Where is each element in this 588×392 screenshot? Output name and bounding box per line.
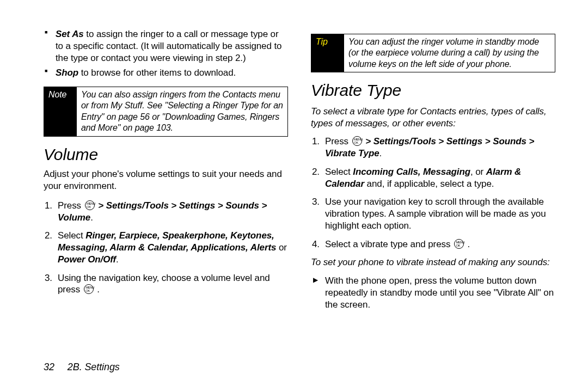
footer-section: 2B. Settings [68, 362, 120, 372]
step-post: . [465, 239, 470, 249]
step-post: . [379, 148, 382, 158]
bullet-lead: Set As [56, 29, 84, 39]
note-body: You can also assign ringers from the Con… [77, 87, 287, 136]
arrow-item: With the phone open, press the volume bu… [325, 275, 555, 310]
vibrate-subintro: To select a vibrate type for Contacts en… [311, 106, 555, 130]
volume-heading: Volume [44, 144, 288, 165]
step-mid: or [276, 242, 287, 253]
step-post: . [90, 212, 93, 223]
step: 2. Select Ringer, Earpiece, Speakerphone… [58, 230, 288, 265]
setas-shop-list: Set As to assign the ringer to a call or… [44, 28, 288, 79]
page-footer: 322B. Settings [44, 361, 120, 373]
step-last-strong: Power On/Off [58, 254, 116, 265]
step-number: 3. [312, 196, 320, 208]
step-pre: Press [58, 200, 84, 211]
list-item: Shop to browse for other items to downlo… [56, 67, 288, 79]
step-number: 2. [312, 166, 320, 178]
step-post: . [95, 284, 100, 295]
page-number: 32 [44, 362, 54, 372]
step-pre: Select [58, 230, 85, 241]
step-number: 4. [312, 238, 320, 250]
bullet-rest: to browse for other items to download. [78, 68, 236, 78]
step-number: 1. [312, 136, 320, 148]
step: 2. Select Incoming Calls, Messaging, or … [325, 166, 555, 190]
step-text: Select a vibrate type and press [325, 239, 453, 249]
step-number: 3. [45, 272, 52, 284]
left-column: Set As to assign the ringer to a call or… [44, 28, 288, 392]
step-number: 2. [45, 230, 52, 242]
step-pre: Select [325, 167, 353, 177]
tip-body: You can adjust the ringer volume in stan… [344, 34, 555, 72]
step: 4. Select a vibrate type and press . [325, 238, 555, 250]
tip-callout: Tip You can adjust the ringer volume in … [311, 34, 555, 72]
tip-label: Tip [311, 34, 344, 72]
menu-ok-key-icon [454, 239, 464, 249]
menu-ok-key-icon [84, 284, 94, 294]
vibrate-arrow-list: With the phone open, press the volume bu… [311, 275, 555, 310]
menu-ok-key-icon [352, 136, 362, 146]
volume-intro: Adjust your phone's volume settings to s… [44, 168, 288, 192]
step-strong: Incoming Calls, Messaging [353, 167, 470, 177]
step-pre: Press [325, 136, 351, 146]
list-item: Set As to assign the ringer to a call or… [56, 28, 288, 64]
vibrate-heading: Vibrate Type [311, 80, 555, 101]
vibrate-sub2: To set your phone to vibrate instead of … [311, 256, 555, 268]
step-mid: , or [470, 167, 486, 177]
step-number: 1. [45, 200, 52, 212]
step: 1. Press > Settings/Tools > Settings > S… [325, 136, 555, 160]
manual-page: Set As to assign the ringer to a call or… [0, 0, 588, 392]
right-column: Tip You can adjust the ringer volume in … [311, 28, 555, 392]
bullet-lead: Shop [56, 68, 78, 78]
step: 1. Press > Settings/Tools > Settings > S… [58, 200, 288, 224]
step-strong: Ringer [85, 230, 114, 241]
bullet-rest: to assign the ringer to a call or messag… [56, 29, 281, 63]
menu-ok-key-icon [85, 200, 95, 210]
step-text: Use your navigation key to scroll throug… [325, 197, 546, 231]
note-callout: Note You can also assign ringers from th… [44, 87, 288, 137]
vibrate-steps: 1. Press > Settings/Tools > Settings > S… [311, 136, 555, 250]
step: 3. Using the navigation key, choose a vo… [58, 272, 288, 296]
step-end: . [116, 254, 119, 265]
step: 3. Use your navigation key to scroll thr… [325, 196, 555, 231]
step-rest: and, if applicable, select a type. [364, 179, 494, 189]
note-label: Note [44, 87, 77, 136]
volume-steps: 1. Press > Settings/Tools > Settings > S… [44, 200, 288, 296]
